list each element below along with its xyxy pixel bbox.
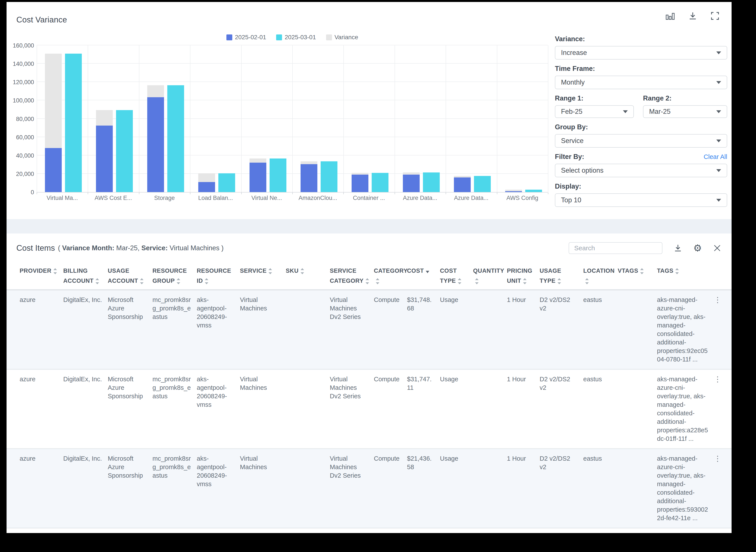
sort-icon	[585, 278, 589, 285]
cell-location: eastus	[583, 375, 618, 443]
group-separator	[88, 45, 88, 192]
range1-select[interactable]: Feb-25	[555, 105, 634, 118]
variance-select[interactable]: Increase	[555, 46, 727, 59]
y-tick-label: 120,000	[8, 79, 34, 86]
row-menu-icon[interactable]: ⋮	[713, 454, 722, 522]
sort-icon	[523, 278, 526, 285]
cell-category: Compute	[374, 454, 407, 522]
table-row: azureDigitalEx, Inc.Microsoft Azure Spon…	[7, 528, 732, 533]
legend-item[interactable]: 2025-02-01	[226, 34, 266, 41]
cell-resource-id: aks-agentpool-20608249-vmss	[197, 454, 240, 522]
column-header-location[interactable]: LOCATION	[583, 266, 618, 286]
group-separator	[446, 45, 446, 192]
cell-sku	[286, 296, 330, 364]
cost-items-title: Cost Items	[16, 244, 55, 253]
clear-all-link[interactable]: Clear All	[704, 153, 727, 160]
chevron-down-icon	[716, 140, 721, 142]
column-header-provider[interactable]: PROVIDER	[20, 266, 63, 286]
cell-service-category: Virtual Machines Dv2 Series	[330, 296, 374, 364]
bar-2025-03-01	[167, 85, 184, 192]
display-select[interactable]: Top 10	[555, 193, 727, 207]
legend-label: 2025-03-01	[285, 34, 316, 41]
column-header-service-category[interactable]: SERVICE CATEGORY	[330, 266, 374, 286]
column-header-usage-type[interactable]: USAGE TYPE	[540, 266, 583, 286]
legend-swatch	[226, 34, 232, 40]
column-header-cost[interactable]: COST	[407, 266, 440, 286]
time-frame-select[interactable]: Monthly	[555, 76, 727, 89]
legend-item[interactable]: 2025-03-01	[276, 34, 316, 41]
page-title: Cost Variance	[16, 15, 67, 24]
download-icon[interactable]	[674, 244, 682, 253]
sort-icon	[475, 278, 479, 285]
fullscreen-icon[interactable]	[711, 12, 719, 20]
column-header-resource-group[interactable]: RESOURCE GROUP	[152, 266, 197, 286]
cell-quantity	[473, 375, 507, 443]
table-row: azureDigitalEx, Inc.Microsoft Azure Spon…	[7, 369, 732, 448]
axis-tick	[395, 192, 395, 194]
column-header-cost-type[interactable]: COST TYPE	[440, 266, 473, 286]
legend-swatch	[276, 34, 282, 40]
chevron-down-icon	[716, 169, 721, 172]
column-header-sku[interactable]: SKU	[286, 266, 330, 286]
bar-2025-03-01	[423, 172, 440, 192]
cost-variance-panel: Cost Variance 2025-02-012025-03-01Varian…	[7, 2, 732, 219]
row-menu-icon[interactable]: ⋮	[713, 375, 722, 443]
cell-billing-account: DigitalEx, Inc.	[63, 375, 108, 443]
cell-vtags	[618, 454, 657, 522]
row-menu-icon[interactable]: ⋮	[713, 296, 722, 364]
chart-type-icon[interactable]	[666, 12, 675, 20]
table-row: azureDigitalEx, Inc.Microsoft Azure Spon…	[7, 290, 732, 369]
table-header-row: PROVIDERBILLING ACCOUNTUSAGE ACCOUNTRESO…	[7, 266, 732, 290]
sort-icon	[268, 268, 272, 275]
cell-quantity	[473, 296, 507, 364]
cell-billing-account: DigitalEx, Inc.	[63, 454, 108, 522]
column-header-billing-account[interactable]: BILLING ACCOUNT	[63, 266, 108, 286]
bar-2025-03-01	[474, 176, 491, 192]
bar-2025-02-01	[454, 177, 471, 192]
close-icon[interactable]	[713, 244, 721, 252]
cell-provider: azure	[20, 454, 63, 522]
column-header-quantity[interactable]: QUANTITY	[473, 266, 507, 286]
search-input[interactable]	[569, 242, 662, 254]
display-label: Display:	[555, 182, 727, 190]
bar-2025-02-01	[403, 175, 420, 192]
cell-cost: $31,748.68	[407, 296, 440, 364]
column-header-pricing-unit[interactable]: PRICING UNIT	[507, 266, 540, 286]
group-separator	[497, 45, 497, 192]
group-by-select[interactable]: Service	[555, 134, 727, 148]
filter-by-value: Select options	[561, 166, 604, 174]
filter-by-select[interactable]: Select options	[555, 164, 727, 177]
cell-service: Virtual Machines	[240, 454, 286, 522]
legend-swatch	[326, 34, 332, 40]
column-header-menu-spacer	[713, 266, 722, 286]
gear-icon[interactable]: ⚙	[694, 243, 702, 253]
bar-2025-03-01	[372, 173, 388, 192]
cell-usage-account: Microsoft Azure Sponsorship	[108, 296, 152, 364]
cell-cost-type: Usage	[440, 296, 473, 364]
cell-pricing-unit: 1 Hour	[507, 454, 540, 522]
axis-tick	[548, 192, 548, 194]
column-header-usage-account[interactable]: USAGE ACCOUNT	[108, 266, 152, 286]
column-header-service[interactable]: SERVICE	[240, 266, 286, 286]
range2-select[interactable]: Mar-25	[643, 105, 727, 118]
cell-resource-id: aks-agentpool-20608249-vmss	[197, 375, 240, 443]
chevron-down-icon	[716, 110, 721, 113]
table-toolbar: ⚙	[674, 243, 721, 253]
column-header-category[interactable]: CATEGORY	[374, 266, 407, 286]
group-separator	[190, 45, 191, 192]
legend-label: 2025-02-01	[235, 34, 266, 41]
download-icon[interactable]	[688, 12, 697, 20]
cell-billing-account: DigitalEx, Inc.	[63, 296, 108, 364]
axis-tick	[497, 192, 497, 194]
sort-icon	[177, 278, 180, 285]
bar-2025-02-01	[147, 97, 164, 192]
legend-item[interactable]: Variance	[326, 34, 358, 41]
app-window: Cost Variance 2025-02-012025-03-01Varian…	[7, 2, 732, 533]
cell-resource-id: aks-agentpool-20608249-vmss	[197, 296, 240, 364]
column-header-resource-id[interactable]: RESOURCE ID	[197, 266, 240, 286]
sort-icon	[675, 268, 679, 275]
axis-tick	[446, 192, 446, 194]
display-value: Top 10	[561, 196, 581, 204]
column-header-vtags[interactable]: VTAGS	[618, 266, 657, 286]
column-header-tags[interactable]: TAGS	[657, 266, 713, 286]
